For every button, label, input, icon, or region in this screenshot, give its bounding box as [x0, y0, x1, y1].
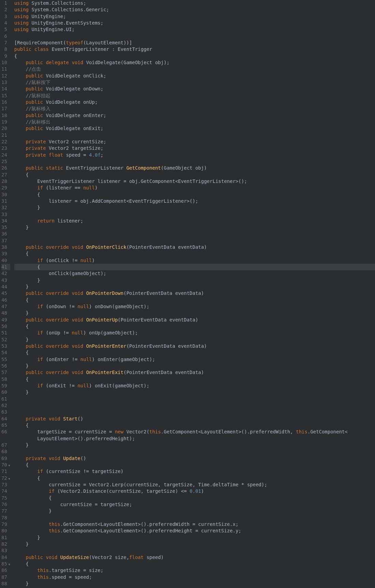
line-number[interactable]: 57	[1, 369, 10, 376]
line-number[interactable]: 28	[1, 178, 10, 185]
line-number[interactable]: 67	[1, 442, 10, 448]
line-number[interactable]: 72▼	[1, 475, 10, 482]
line-number[interactable]: 34	[1, 218, 10, 224]
line-number[interactable]: 17	[1, 105, 10, 112]
line-number[interactable]: 9	[1, 53, 10, 59]
code-line[interactable]: public void UpdateSize(Vector2 size,floa…	[14, 554, 375, 561]
code-line[interactable]: onClick(gameObject);	[14, 270, 375, 277]
code-line[interactable]: {	[14, 250, 375, 257]
line-number[interactable]: 68	[1, 448, 10, 455]
code-line[interactable]: currentSize = Vector2.Lerp(currentSize, …	[14, 482, 375, 488]
line-number[interactable]: 58	[1, 376, 10, 383]
line-number[interactable]: 39	[1, 250, 10, 257]
code-line[interactable]: private void Update()	[14, 455, 375, 462]
code-line[interactable]: }	[14, 389, 375, 396]
code-line[interactable]: return listener;	[14, 218, 375, 224]
line-number[interactable]: 18	[1, 112, 10, 119]
code-line[interactable]: //鼠标抬起	[14, 92, 375, 99]
line-number[interactable]: 76	[1, 501, 10, 508]
code-line[interactable]	[14, 547, 375, 554]
line-number[interactable]: 19	[1, 119, 10, 125]
line-number[interactable]: 84	[1, 554, 10, 561]
code-line[interactable]: {	[14, 264, 375, 270]
line-number[interactable]: 85▼	[1, 561, 10, 567]
line-number[interactable]: 82	[1, 541, 10, 547]
line-number[interactable]: 42	[1, 270, 10, 277]
code-line[interactable]: listener = obj.AddComponent<EventTrigger…	[14, 198, 375, 204]
code-line[interactable]: //鼠标按下	[14, 79, 375, 86]
line-number[interactable]: 35	[1, 224, 10, 231]
line-number[interactable]: 16	[1, 99, 10, 105]
code-line[interactable]: }	[14, 541, 375, 547]
line-number[interactable]: 3	[1, 13, 10, 20]
line-number[interactable]: 70▼	[1, 462, 10, 468]
code-line[interactable]: public VoidDelegate onDown;	[14, 86, 375, 92]
line-number[interactable]: 64	[1, 416, 10, 422]
code-line[interactable]: public VoidDelegate onUp;	[14, 99, 375, 105]
code-line[interactable]: {	[14, 297, 375, 303]
code-line[interactable]: targetSize = currentSize = new Vector2(t…	[14, 429, 375, 435]
line-number[interactable]: 65	[1, 422, 10, 429]
line-number[interactable]: 27	[1, 172, 10, 178]
line-number[interactable]: 71	[1, 468, 10, 475]
line-number[interactable]: 55	[1, 356, 10, 363]
code-line[interactable]: using UnityEngine.UI;	[14, 26, 375, 33]
code-line[interactable]: public override void OnPointerEnter(Poin…	[14, 343, 375, 349]
code-line[interactable]: }	[14, 534, 375, 541]
code-line[interactable]: public override void OnPointerExit(Point…	[14, 369, 375, 376]
line-number[interactable]: 83	[1, 547, 10, 554]
line-number[interactable]: 81	[1, 534, 10, 541]
code-line[interactable]: public class EventTriggerListener : Even…	[14, 46, 375, 53]
line-number[interactable]: 41	[1, 264, 10, 270]
line-number[interactable]: 14	[1, 86, 10, 92]
code-line[interactable]: private Vector2 currentSize;	[14, 139, 375, 145]
line-number[interactable]: 53	[1, 343, 10, 349]
line-number[interactable]: 20	[1, 125, 10, 132]
line-number[interactable]: 43	[1, 277, 10, 284]
code-line[interactable]: private void Start()	[14, 416, 375, 422]
code-line[interactable]: public override void OnPointerDown(Point…	[14, 290, 375, 297]
code-line[interactable]: }	[14, 508, 375, 514]
code-area[interactable]: using System.Collections;using System.Co…	[12, 0, 375, 588]
line-number[interactable]: 48	[1, 310, 10, 316]
line-number[interactable]: 88	[1, 580, 10, 587]
line-number[interactable]: 30	[1, 191, 10, 198]
code-line[interactable]: {	[14, 462, 375, 468]
line-number[interactable]: 56	[1, 363, 10, 369]
code-line[interactable]	[14, 33, 375, 40]
code-line[interactable]: }	[14, 277, 375, 284]
code-line[interactable]: public VoidDelegate onEnter;	[14, 112, 375, 119]
code-line[interactable]: public static EventTriggerListener GetCo…	[14, 165, 375, 171]
code-line[interactable]: }	[14, 204, 375, 211]
line-number[interactable]: 49	[1, 317, 10, 323]
line-number[interactable]: 44	[1, 284, 10, 290]
line-number[interactable]: 69	[1, 455, 10, 462]
code-line[interactable]: private Vector2 targetSize;	[14, 145, 375, 152]
code-line[interactable]: if (listener == null)	[14, 185, 375, 191]
code-editor[interactable]: 1234567891011121314151617181920212223242…	[0, 0, 375, 588]
line-number[interactable]: 74	[1, 488, 10, 494]
line-number[interactable]: 29	[1, 185, 10, 191]
line-number[interactable]: 38	[1, 244, 10, 250]
code-line[interactable]: using System.Collections.Generic;	[14, 6, 375, 13]
code-line[interactable]: if (onDown != null) onDown(gameObject);	[14, 303, 375, 310]
code-line[interactable]: this.targetSize = size;	[14, 567, 375, 574]
line-number[interactable]: 51	[1, 330, 10, 336]
line-number[interactable]: 15	[1, 92, 10, 99]
code-line[interactable]: if (onEnter != null) onEnter(gameObject)…	[14, 356, 375, 363]
line-number[interactable]: 75	[1, 495, 10, 501]
code-line[interactable]	[14, 211, 375, 218]
line-number[interactable]: 66	[1, 429, 10, 435]
line-number[interactable]: 73	[1, 482, 10, 488]
code-line[interactable]: //鼠标移入	[14, 105, 375, 112]
code-line[interactable]: if (onClick != null)	[14, 257, 375, 264]
line-number[interactable]: 60	[1, 389, 10, 396]
code-line[interactable]: {	[14, 475, 375, 482]
code-line[interactable]: [RequireComponent(typeof(LayoutElement))…	[14, 40, 375, 46]
line-number[interactable]: 86	[1, 567, 10, 574]
code-line[interactable]	[14, 448, 375, 455]
line-number[interactable]: 46	[1, 297, 10, 303]
line-number[interactable]: 54	[1, 349, 10, 356]
line-number[interactable]: 23	[1, 145, 10, 152]
code-line[interactable]: LayoutElement>().preferredHeight);	[14, 435, 375, 442]
